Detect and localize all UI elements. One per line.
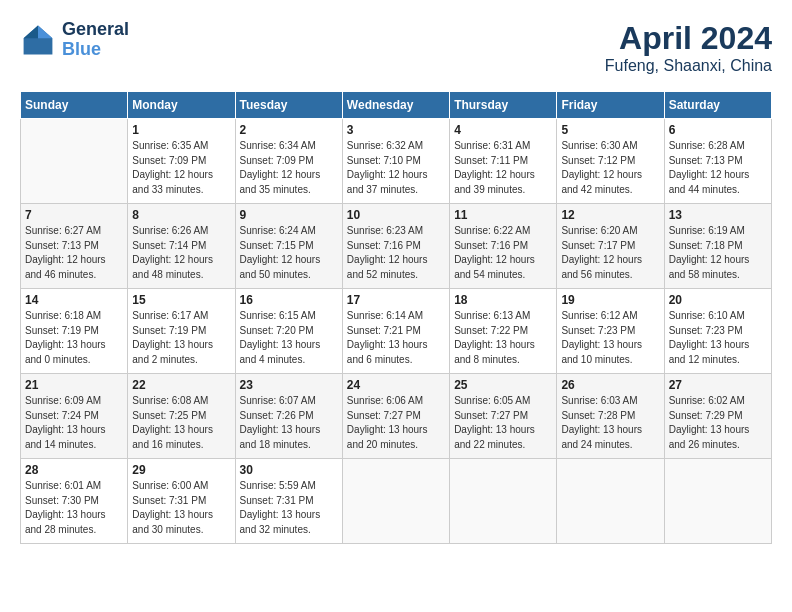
day-info: Sunrise: 6:18 AMSunset: 7:19 PMDaylight:… [25, 309, 123, 367]
day-number: 15 [132, 293, 230, 307]
day-number: 14 [25, 293, 123, 307]
calendar-cell: 11Sunrise: 6:22 AMSunset: 7:16 PMDayligh… [450, 204, 557, 289]
calendar-cell: 20Sunrise: 6:10 AMSunset: 7:23 PMDayligh… [664, 289, 771, 374]
day-header-saturday: Saturday [664, 92, 771, 119]
calendar-cell: 30Sunrise: 5:59 AMSunset: 7:31 PMDayligh… [235, 459, 342, 544]
day-number: 28 [25, 463, 123, 477]
calendar-cell: 23Sunrise: 6:07 AMSunset: 7:26 PMDayligh… [235, 374, 342, 459]
calendar-cell: 7Sunrise: 6:27 AMSunset: 7:13 PMDaylight… [21, 204, 128, 289]
day-header-thursday: Thursday [450, 92, 557, 119]
calendar-cell: 26Sunrise: 6:03 AMSunset: 7:28 PMDayligh… [557, 374, 664, 459]
day-number: 1 [132, 123, 230, 137]
day-info: Sunrise: 6:22 AMSunset: 7:16 PMDaylight:… [454, 224, 552, 282]
day-number: 6 [669, 123, 767, 137]
day-info: Sunrise: 6:03 AMSunset: 7:28 PMDaylight:… [561, 394, 659, 452]
day-number: 2 [240, 123, 338, 137]
calendar-header: SundayMondayTuesdayWednesdayThursdayFrid… [21, 92, 772, 119]
day-info: Sunrise: 5:59 AMSunset: 7:31 PMDaylight:… [240, 479, 338, 537]
calendar-cell: 8Sunrise: 6:26 AMSunset: 7:14 PMDaylight… [128, 204, 235, 289]
logo-text: General Blue [62, 20, 129, 60]
day-info: Sunrise: 6:23 AMSunset: 7:16 PMDaylight:… [347, 224, 445, 282]
svg-marker-1 [38, 25, 52, 38]
calendar-cell: 3Sunrise: 6:32 AMSunset: 7:10 PMDaylight… [342, 119, 449, 204]
calendar-cell [664, 459, 771, 544]
calendar-cell: 25Sunrise: 6:05 AMSunset: 7:27 PMDayligh… [450, 374, 557, 459]
calendar-cell: 17Sunrise: 6:14 AMSunset: 7:21 PMDayligh… [342, 289, 449, 374]
week-row-5: 28Sunrise: 6:01 AMSunset: 7:30 PMDayligh… [21, 459, 772, 544]
day-header-wednesday: Wednesday [342, 92, 449, 119]
calendar-cell: 29Sunrise: 6:00 AMSunset: 7:31 PMDayligh… [128, 459, 235, 544]
calendar-body: 1Sunrise: 6:35 AMSunset: 7:09 PMDaylight… [21, 119, 772, 544]
day-info: Sunrise: 6:01 AMSunset: 7:30 PMDaylight:… [25, 479, 123, 537]
day-number: 10 [347, 208, 445, 222]
day-number: 23 [240, 378, 338, 392]
day-number: 24 [347, 378, 445, 392]
calendar-cell: 22Sunrise: 6:08 AMSunset: 7:25 PMDayligh… [128, 374, 235, 459]
calendar-cell: 12Sunrise: 6:20 AMSunset: 7:17 PMDayligh… [557, 204, 664, 289]
week-row-4: 21Sunrise: 6:09 AMSunset: 7:24 PMDayligh… [21, 374, 772, 459]
calendar-cell: 6Sunrise: 6:28 AMSunset: 7:13 PMDaylight… [664, 119, 771, 204]
day-header-friday: Friday [557, 92, 664, 119]
day-info: Sunrise: 6:27 AMSunset: 7:13 PMDaylight:… [25, 224, 123, 282]
day-number: 13 [669, 208, 767, 222]
day-info: Sunrise: 6:15 AMSunset: 7:20 PMDaylight:… [240, 309, 338, 367]
day-info: Sunrise: 6:34 AMSunset: 7:09 PMDaylight:… [240, 139, 338, 197]
day-header-sunday: Sunday [21, 92, 128, 119]
calendar-cell: 18Sunrise: 6:13 AMSunset: 7:22 PMDayligh… [450, 289, 557, 374]
day-info: Sunrise: 6:26 AMSunset: 7:14 PMDaylight:… [132, 224, 230, 282]
day-info: Sunrise: 6:05 AMSunset: 7:27 PMDaylight:… [454, 394, 552, 452]
day-info: Sunrise: 6:06 AMSunset: 7:27 PMDaylight:… [347, 394, 445, 452]
day-number: 21 [25, 378, 123, 392]
day-number: 3 [347, 123, 445, 137]
calendar-cell: 10Sunrise: 6:23 AMSunset: 7:16 PMDayligh… [342, 204, 449, 289]
day-info: Sunrise: 6:24 AMSunset: 7:15 PMDaylight:… [240, 224, 338, 282]
day-number: 25 [454, 378, 552, 392]
day-info: Sunrise: 6:13 AMSunset: 7:22 PMDaylight:… [454, 309, 552, 367]
calendar-cell: 9Sunrise: 6:24 AMSunset: 7:15 PMDaylight… [235, 204, 342, 289]
day-info: Sunrise: 6:08 AMSunset: 7:25 PMDaylight:… [132, 394, 230, 452]
day-number: 18 [454, 293, 552, 307]
day-number: 17 [347, 293, 445, 307]
day-number: 29 [132, 463, 230, 477]
page-header: General Blue April 2024 Fufeng, Shaanxi,… [20, 20, 772, 75]
day-info: Sunrise: 6:02 AMSunset: 7:29 PMDaylight:… [669, 394, 767, 452]
calendar-cell: 13Sunrise: 6:19 AMSunset: 7:18 PMDayligh… [664, 204, 771, 289]
day-number: 5 [561, 123, 659, 137]
location: Fufeng, Shaanxi, China [605, 57, 772, 75]
day-number: 9 [240, 208, 338, 222]
day-info: Sunrise: 6:35 AMSunset: 7:09 PMDaylight:… [132, 139, 230, 197]
day-number: 12 [561, 208, 659, 222]
day-info: Sunrise: 6:30 AMSunset: 7:12 PMDaylight:… [561, 139, 659, 197]
month-title: April 2024 [605, 20, 772, 57]
calendar-table: SundayMondayTuesdayWednesdayThursdayFrid… [20, 91, 772, 544]
calendar-cell: 19Sunrise: 6:12 AMSunset: 7:23 PMDayligh… [557, 289, 664, 374]
calendar-cell: 27Sunrise: 6:02 AMSunset: 7:29 PMDayligh… [664, 374, 771, 459]
svg-marker-2 [24, 25, 38, 38]
day-number: 26 [561, 378, 659, 392]
day-info: Sunrise: 6:20 AMSunset: 7:17 PMDaylight:… [561, 224, 659, 282]
day-number: 4 [454, 123, 552, 137]
day-number: 16 [240, 293, 338, 307]
calendar-cell: 24Sunrise: 6:06 AMSunset: 7:27 PMDayligh… [342, 374, 449, 459]
calendar-cell: 15Sunrise: 6:17 AMSunset: 7:19 PMDayligh… [128, 289, 235, 374]
day-number: 11 [454, 208, 552, 222]
day-number: 30 [240, 463, 338, 477]
calendar-cell [557, 459, 664, 544]
day-info: Sunrise: 6:10 AMSunset: 7:23 PMDaylight:… [669, 309, 767, 367]
logo: General Blue [20, 20, 129, 60]
day-info: Sunrise: 6:32 AMSunset: 7:10 PMDaylight:… [347, 139, 445, 197]
day-info: Sunrise: 6:00 AMSunset: 7:31 PMDaylight:… [132, 479, 230, 537]
day-info: Sunrise: 6:19 AMSunset: 7:18 PMDaylight:… [669, 224, 767, 282]
week-row-3: 14Sunrise: 6:18 AMSunset: 7:19 PMDayligh… [21, 289, 772, 374]
day-number: 7 [25, 208, 123, 222]
day-header-monday: Monday [128, 92, 235, 119]
day-info: Sunrise: 6:31 AMSunset: 7:11 PMDaylight:… [454, 139, 552, 197]
calendar-cell: 16Sunrise: 6:15 AMSunset: 7:20 PMDayligh… [235, 289, 342, 374]
calendar-cell: 5Sunrise: 6:30 AMSunset: 7:12 PMDaylight… [557, 119, 664, 204]
calendar-cell: 1Sunrise: 6:35 AMSunset: 7:09 PMDaylight… [128, 119, 235, 204]
day-info: Sunrise: 6:28 AMSunset: 7:13 PMDaylight:… [669, 139, 767, 197]
day-info: Sunrise: 6:12 AMSunset: 7:23 PMDaylight:… [561, 309, 659, 367]
logo-icon [20, 22, 56, 58]
calendar-cell: 14Sunrise: 6:18 AMSunset: 7:19 PMDayligh… [21, 289, 128, 374]
day-header-tuesday: Tuesday [235, 92, 342, 119]
